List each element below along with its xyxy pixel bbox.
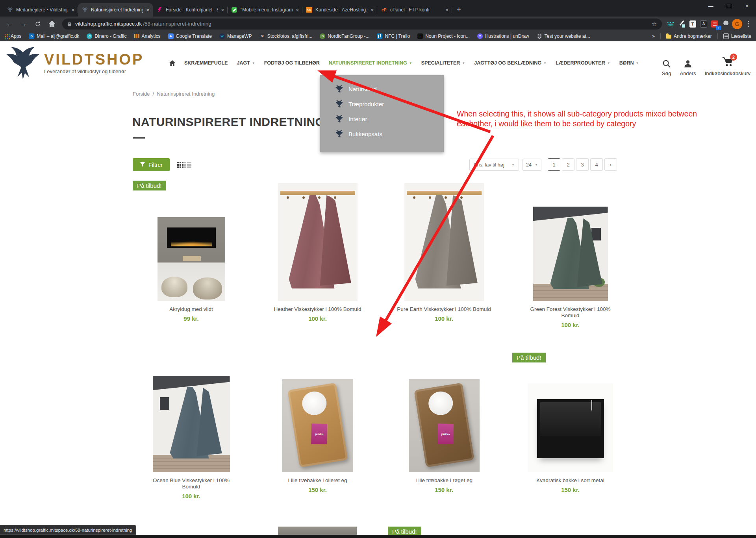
extension-new-icon[interactable]: NEW <box>666 19 675 29</box>
product-card[interactable]: På tilbud! Akryldug med vildt 99 kr. <box>133 179 250 322</box>
page-4-button[interactable]: 4 <box>590 158 603 171</box>
minimize-button[interactable]: — <box>702 0 720 12</box>
product-name[interactable]: Pure Earth Viskestykker i 100% Bomuld <box>397 306 491 312</box>
extension-a-icon[interactable] <box>699 19 708 29</box>
product-name[interactable]: Ocean Blue Viskestykker i 100% Bomuld <box>144 477 239 490</box>
cart-button[interactable]: 2 Indkøbsindkøbskurv <box>705 56 750 76</box>
nav-laederprodukter[interactable]: LÆDERPRODUKTER▼ <box>556 60 610 66</box>
per-page-select[interactable]: 24 ▼ <box>523 159 541 171</box>
chrome-menu-icon[interactable] <box>748 23 749 24</box>
nav-naturinspireret-indretning[interactable]: NATURINSPIRERET INDRETNING▼ <box>329 60 412 66</box>
tab-close-icon[interactable]: × <box>445 7 448 13</box>
vildtshop-eagle-favicon <box>7 7 13 13</box>
browser-tab[interactable]: Medarbejdere • Vildtshop ApS × <box>3 3 78 17</box>
browser-tab[interactable]: cPanel - FTP-konti × <box>377 3 452 17</box>
extension-wand-icon[interactable] <box>677 19 686 29</box>
home-icon <box>169 60 175 66</box>
dropdown-item-interior[interactable]: Interiør <box>320 111 444 126</box>
tab-close-icon[interactable]: × <box>71 7 74 13</box>
filter-button[interactable]: Filtrer <box>133 158 170 171</box>
close-button[interactable]: × <box>738 0 756 12</box>
bookmark-mail[interactable]: Mail – alj@graffic.dk <box>29 33 79 39</box>
bookmark-google-translate[interactable]: Google Translate <box>168 33 212 39</box>
product-card[interactable]: pukka Lille træbakke i olieret eg 150 kr… <box>259 356 376 493</box>
product-name[interactable]: Green Forest Viskestykker i 100% Bomuld <box>523 306 618 319</box>
annotation-text: When selecting this, it shows all sub-ca… <box>457 109 697 129</box>
nav-specialiteter[interactable]: SPECIALITETER▼ <box>421 60 465 66</box>
product-card[interactable]: Heather Viskestykker i 100% Bomuld 100 k… <box>259 179 376 322</box>
home-button[interactable] <box>46 18 58 30</box>
tab-close-icon[interactable]: × <box>221 7 224 13</box>
product-card[interactable]: Green Forest Viskestykker i 100% Bomuld … <box>512 179 629 328</box>
product-name[interactable]: Kvadratisk bakke i sort metal <box>536 477 604 484</box>
bookmark-stockfotos[interactable]: Stockfotos, afgiftsfri... <box>259 33 313 39</box>
browser-tab[interactable]: Kundeside - AzeHosting.net × <box>302 3 377 17</box>
lock-icon[interactable] <box>67 21 72 27</box>
browser-toolbar: ← → vildtshop.graffic.mitspace.dk/58-nat… <box>0 17 756 31</box>
vildtshop-logo[interactable]: VILDTSHOP Leverandør af vildtudstyr og t… <box>5 46 144 80</box>
product-card[interactable]: pukka Lille træbakke i røget eg 150 kr. <box>385 356 502 493</box>
reload-button[interactable] <box>32 18 44 30</box>
forward-button[interactable]: → <box>17 18 30 30</box>
page-2-button[interactable]: 2 <box>562 158 574 171</box>
grid-view-icon[interactable] <box>177 162 179 163</box>
dropdown-item-traeprodukter[interactable]: Træprodukter <box>320 96 444 111</box>
extension-grid-icon[interactable]: 1 <box>710 19 719 29</box>
bookmark-analytics[interactable]: Analytics <box>134 33 161 39</box>
product-card[interactable]: Pure Earth Viskestykker i 100% Bomuld 10… <box>385 179 502 322</box>
bookmarks-overflow-chevron[interactable]: » <box>652 33 655 39</box>
bookmark-star-icon[interactable]: ☆ <box>652 20 657 28</box>
bookmark-apps[interactable]: Apps <box>5 33 21 39</box>
nav-home[interactable] <box>169 60 175 66</box>
product-name[interactable]: Lille træbakke i olieret eg <box>288 477 347 484</box>
nav-jagttoj-og-beklaedning[interactable]: JAGTTØJ OG BEKLÆDNING▼ <box>474 60 547 66</box>
bookmark-nordicfangroup[interactable]: NordicFanGroup -... <box>320 33 369 39</box>
tab-close-icon[interactable]: × <box>146 7 149 13</box>
nav-jagt[interactable]: JAGT▼ <box>237 60 255 66</box>
browser-tab-active[interactable]: Naturinspireret Indretning × <box>78 3 153 17</box>
maximize-icon <box>727 4 731 8</box>
elfsight-favicon <box>231 7 237 13</box>
sort-select[interactable]: Pris, lav til høj ▼ <box>469 159 519 171</box>
dropdown-item-naturskind[interactable]: Naturskind <box>320 81 444 96</box>
bookmark-undraw[interactable]: Illustrations | unDraw <box>477 33 529 39</box>
maximize-button[interactable] <box>720 0 738 12</box>
breadcrumb-home[interactable]: Forside <box>133 91 150 97</box>
tab-close-icon[interactable]: × <box>296 7 299 13</box>
tab-close-icon[interactable]: × <box>371 7 374 13</box>
product-card[interactable]: På tilbud! Kvadratisk bakke i sort metal… <box>512 356 629 493</box>
nav-born[interactable]: BØRN▼ <box>619 60 639 66</box>
new-badge: NEW <box>667 22 673 26</box>
bookmark-trello[interactable]: NFC | Trello <box>377 33 410 39</box>
nav-fodtoj-og-tilbehor[interactable]: FODTØJ OG TILBEHØR <box>264 60 320 66</box>
bookmark-noun-project[interactable]: Noun Project - Icon... <box>417 33 470 39</box>
browser-tab[interactable]: Forside - Kontrolpanel - Simply.c × <box>153 3 228 17</box>
extension-t-icon[interactable] <box>688 19 697 29</box>
search-button[interactable]: Søg <box>662 59 671 76</box>
back-button[interactable]: ← <box>3 18 16 30</box>
profile-avatar[interactable]: G <box>732 19 742 29</box>
product-name[interactable]: Akryldug med vildt <box>169 306 213 312</box>
reading-list[interactable]: Læseliste <box>723 33 751 39</box>
bookmark-managewp[interactable]: ManageWP <box>219 33 252 39</box>
user-account-button[interactable]: Anders <box>680 59 696 76</box>
new-tab-button[interactable]: + <box>457 5 461 14</box>
product-card[interactable]: Ocean Blue Viskestykker i 100% Bomuld 10… <box>133 356 250 499</box>
bookmark-test-website[interactable]: Test your website at... <box>537 33 590 39</box>
product-name[interactable]: Heather Viskestykker i 100% Bomuld <box>274 306 361 312</box>
dropdown-item-bukkeopsats[interactable]: Bukkeopsats <box>320 126 444 141</box>
product-name[interactable]: Lille træbakke i røget eg <box>415 477 472 484</box>
page-3-button[interactable]: 3 <box>576 158 589 171</box>
extensions-puzzle-icon[interactable] <box>721 19 730 29</box>
bookmarks-right-group: » Andre bogmærker Læseliste <box>652 33 751 39</box>
nav-skraemmefugle[interactable]: SKRÆMMEFUGLE <box>184 60 228 66</box>
product-image: pukka <box>409 379 480 472</box>
bookmark-dinero[interactable]: Dinero - Graffic <box>87 33 126 39</box>
page-1-button[interactable]: 1 <box>548 158 560 171</box>
next-page-button[interactable]: › <box>604 158 617 171</box>
address-bar[interactable]: vildtshop.graffic.mitspace.dk/58-naturin… <box>62 18 662 30</box>
browser-tab[interactable]: "Mobile menu, Instagram elemen × <box>228 3 302 17</box>
other-bookmarks-folder[interactable]: Andre bogmærker <box>666 33 712 39</box>
list-view-icon[interactable] <box>184 162 186 163</box>
simply-bolt-favicon <box>156 7 163 13</box>
